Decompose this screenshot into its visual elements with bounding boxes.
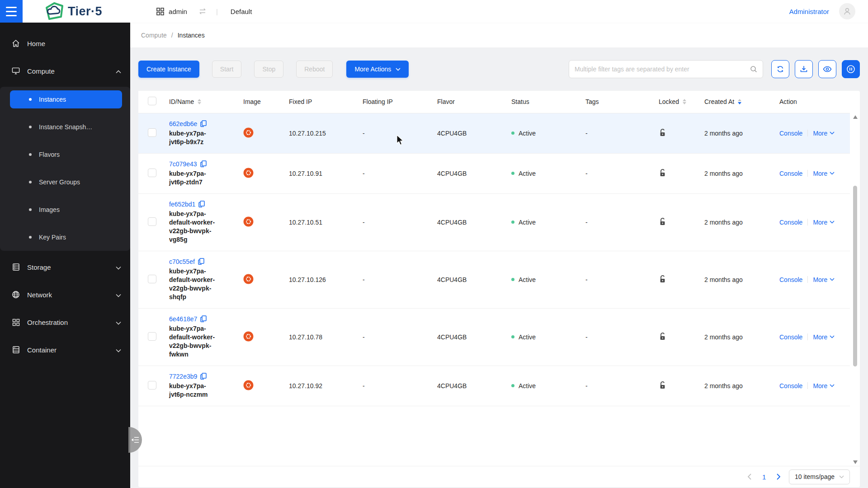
domain-name: Default (231, 8, 252, 15)
sidebar-item-label: Server Groups (39, 178, 80, 186)
instance-id-link[interactable]: 662edb6e (169, 120, 197, 127)
col-status: Status (511, 98, 529, 105)
sidebar-item-home[interactable]: Home (0, 34, 130, 52)
row-checkbox[interactable] (148, 169, 156, 177)
search-icon[interactable] (750, 66, 757, 73)
console-link[interactable]: Console (779, 219, 802, 226)
sidebar-item-instance-snapshots[interactable]: Instance Snapsh… (10, 118, 122, 136)
floating-ip: - (359, 153, 434, 193)
sidebar-item-container[interactable]: Container (0, 341, 130, 359)
copy-icon[interactable] (200, 315, 207, 322)
table-row[interactable]: 662edb6e kube-yx7pa-jvt6p-b9x7z 10.27.10… (138, 113, 850, 153)
copy-icon[interactable] (198, 201, 205, 207)
console-link[interactable]: Console (779, 333, 802, 341)
row-checkbox[interactable] (148, 332, 156, 341)
sidebar-item-instances[interactable]: Instances (10, 90, 122, 108)
instance-name: kube-yx7pa-default-worker-v22gb-bwvpk-fw… (169, 324, 222, 359)
status-badge: Active (519, 170, 536, 177)
table-row[interactable]: fe652bd1 kube-yx7pa-default-worker-v22gb… (138, 193, 850, 251)
floating-ip: - (359, 308, 434, 366)
page-number[interactable]: 1 (760, 473, 769, 481)
next-page-button[interactable] (777, 474, 781, 480)
row-checkbox[interactable] (148, 128, 156, 137)
scroll-down-arrow-icon[interactable] (853, 460, 858, 464)
sidebar-item-images[interactable]: Images (10, 201, 122, 219)
row-checkbox[interactable] (148, 381, 156, 389)
toolbar: Create Instance Start Stop Reboot More A… (138, 60, 860, 78)
fixed-ip: 10.27.10.215 (285, 113, 359, 153)
user-avatar[interactable] (839, 3, 855, 19)
prev-page-button[interactable] (747, 474, 751, 480)
sidebar-item-network[interactable]: Network (0, 286, 130, 304)
sidebar-item-key-pairs[interactable]: Key Pairs (10, 228, 122, 246)
more-link[interactable]: More (813, 333, 835, 341)
auto-refresh-pause-button[interactable] (842, 60, 860, 78)
console-link[interactable]: Console (779, 276, 802, 283)
filter-input[interactable] (575, 66, 750, 73)
more-link[interactable]: More (813, 170, 835, 177)
fixed-ip: 10.27.10.91 (285, 153, 359, 193)
project-switcher[interactable]: admin | Default (156, 8, 252, 15)
instance-id-link[interactable]: fe652bd1 (169, 201, 195, 208)
instance-id-link[interactable]: 7722e3b9 (169, 373, 197, 380)
console-link[interactable]: Console (779, 170, 802, 177)
column-visibility-button[interactable] (818, 60, 836, 78)
menu-toggle-button[interactable] (0, 0, 23, 23)
stop-button[interactable]: Stop (254, 61, 283, 78)
instance-id-link[interactable]: 6e4618e7 (169, 315, 197, 323)
sort-locked[interactable] (683, 99, 686, 104)
console-link[interactable]: Console (779, 130, 802, 137)
scrollbar-thumb[interactable] (853, 186, 857, 366)
chevron-down-icon (830, 172, 835, 175)
create-instance-button[interactable]: Create Instance (138, 61, 199, 78)
copy-icon[interactable] (200, 373, 207, 380)
more-actions-button[interactable]: More Actions (346, 61, 409, 78)
sidebar-item-orchestration[interactable]: Orchestration (0, 313, 130, 331)
reboot-button[interactable]: Reboot (296, 61, 333, 78)
sidebar-item-flavors[interactable]: Flavors (10, 145, 122, 164)
copy-icon[interactable] (200, 120, 207, 127)
instances-table-card: ID/Name Image Fixed IP Floating IP Flavo… (138, 91, 860, 487)
instance-id-link[interactable]: 7c079e43 (169, 160, 197, 168)
console-link[interactable]: Console (779, 382, 802, 389)
collapse-list-icon (132, 436, 139, 443)
chevron-down-icon (830, 278, 835, 281)
breadcrumb-compute[interactable]: Compute (141, 32, 167, 39)
refresh-button[interactable] (771, 60, 789, 78)
project-name[interactable]: admin (169, 8, 187, 15)
flavor: 4CPU4GB (434, 251, 508, 308)
download-button[interactable] (795, 60, 813, 78)
sort-id-name[interactable] (198, 99, 201, 104)
more-link[interactable]: More (813, 130, 835, 137)
copy-icon[interactable] (198, 258, 204, 265)
select-all-checkbox[interactable] (148, 97, 156, 105)
more-link[interactable]: More (813, 276, 835, 283)
table-row[interactable]: c70c55ef kube-yx7pa-default-worker-v22gb… (138, 251, 850, 308)
administrator-link[interactable]: Administrator (789, 8, 829, 15)
chevron-down-icon (116, 346, 121, 354)
table-row[interactable]: 7c079e43 kube-yx7pa-jvt6p-ztdn7 10.27.10… (138, 153, 850, 193)
ubuntu-icon (243, 132, 254, 139)
table-row[interactable]: 7722e3b9 kube-yx7pa-jvt6p-nczmm 10.27.10… (138, 366, 850, 406)
more-link[interactable]: More (813, 382, 835, 389)
page-size-select[interactable]: 10 items/page (789, 469, 850, 484)
sidebar-item-label: Container (27, 346, 57, 354)
instance-name: kube-yx7pa-default-worker-v22gb-bwvpk-sh… (169, 267, 222, 301)
sidebar-item-storage[interactable]: Storage (0, 258, 130, 276)
row-checkbox[interactable] (148, 217, 156, 226)
table-scrollbar[interactable] (852, 113, 859, 466)
row-checkbox[interactable] (148, 275, 156, 283)
sort-created-at[interactable] (738, 99, 741, 104)
sidebar-item-server-groups[interactable]: Server Groups (10, 173, 122, 191)
instance-name: kube-yx7pa-jvt6p-ztdn7 (169, 169, 222, 187)
more-link[interactable]: More (813, 219, 835, 226)
start-button[interactable]: Start (212, 61, 242, 78)
sidebar-item-compute[interactable]: Compute (0, 62, 130, 80)
home-icon (12, 39, 20, 47)
fixed-ip: 10.27.10.92 (285, 366, 359, 406)
table-row[interactable]: 6e4618e7 kube-yx7pa-default-worker-v22gb… (138, 308, 850, 366)
scroll-up-arrow-icon[interactable] (853, 115, 858, 119)
instance-id-link[interactable]: c70c55ef (169, 258, 195, 265)
switch-project-icon[interactable] (198, 8, 207, 15)
copy-icon[interactable] (200, 160, 207, 167)
